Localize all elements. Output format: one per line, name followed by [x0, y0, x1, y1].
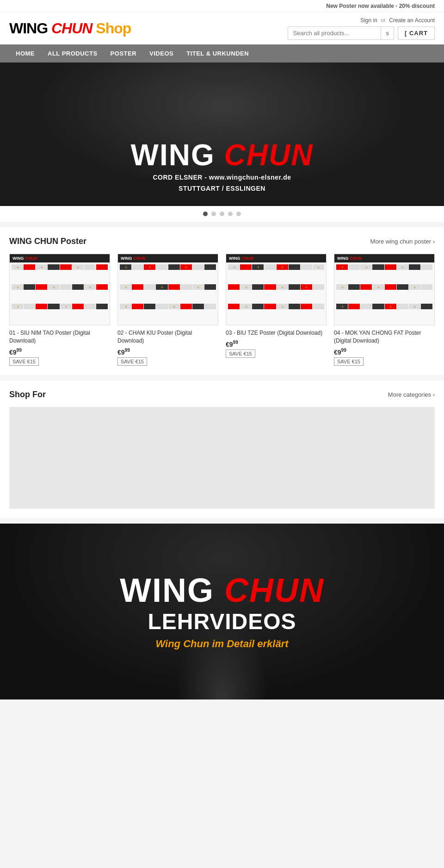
- header: WING CHUN Shop Sign in or Create an Acco…: [0, 12, 444, 44]
- auth-or: or: [381, 17, 386, 24]
- shop-for-section: Shop For More categories ›: [0, 381, 444, 518]
- pose-22: [72, 304, 84, 309]
- pose-17: 🤸: [12, 304, 23, 309]
- search-input[interactable]: [288, 27, 381, 39]
- nav-item-videos[interactable]: VIDEOS: [143, 44, 180, 62]
- pose-19: [36, 304, 47, 309]
- product-grid: WING CHUN 🤸 🤸 🤸 🤸 🤸: [9, 254, 435, 366]
- pose-16: [96, 284, 108, 290]
- pose-6: 🤸: [72, 264, 84, 270]
- save-badge-3: SAVE €15: [226, 350, 255, 358]
- header-auth: Sign in or Create an Account: [360, 17, 435, 24]
- poster-section: WING CHUN Poster More wing chun poster ›…: [0, 227, 444, 375]
- hero-subtitle1: CORD ELSNER - www.wingchun-elsner.de: [131, 174, 314, 181]
- poster-section-title: WING CHUN Poster: [9, 237, 86, 246]
- shop-for-title: Shop For: [9, 390, 46, 400]
- logo-chun: CHUN: [51, 20, 92, 37]
- nav-item-poster[interactable]: POSTER: [104, 44, 143, 62]
- product-name-4: 04 - MOK YAN CHONG FAT Poster (Digital D…: [334, 329, 435, 345]
- product-card-4[interactable]: WING CHUN 🤸 🤸 🤸 🤸 🤸: [334, 254, 435, 366]
- product-name-1: 01 - SIU NIM TAO Poster (Digital Downloa…: [9, 329, 110, 345]
- price-cents-2: 99: [125, 348, 130, 353]
- pose-1: 🤸: [12, 264, 23, 270]
- vb-subtitle: LEHRVIDEOS: [120, 609, 324, 634]
- nav-bar: HOME ALL PRODUCTS POSTER VIDEOS TITEL & …: [0, 44, 444, 62]
- vb-chun: CHUN: [224, 572, 324, 609]
- search-box: s: [288, 26, 394, 40]
- nav-item-all-products[interactable]: ALL PRODUCTS: [41, 44, 104, 62]
- price-value-4: €9: [334, 348, 341, 356]
- vb-wing: WING: [120, 572, 214, 609]
- nav-item-titel[interactable]: TITEL & URKUNDEN: [180, 44, 255, 62]
- cart-button[interactable]: [ CART: [398, 26, 435, 40]
- pose-21: 🤸: [60, 304, 72, 309]
- pose-20: [48, 304, 59, 309]
- pose-7: [84, 264, 96, 270]
- logo[interactable]: WING CHUN Shop: [9, 20, 131, 37]
- hero-content: WING CHUN CORD ELSNER - www.wingchun-els…: [131, 140, 314, 206]
- carousel-dot-1[interactable]: [203, 212, 208, 216]
- poster-body-4: 🤸 🤸 🤸 🤸 🤸 🤸: [334, 262, 434, 325]
- save-badge-4: SAVE €15: [334, 357, 364, 366]
- header-right: Sign in or Create an Account s [ CART: [288, 17, 435, 40]
- product-price-2: €999: [117, 348, 218, 356]
- product-card-3[interactable]: WING CHUN 🤸 🤸 🤸 🤸 🤸: [226, 254, 327, 366]
- poster-body-3: 🤸 🤸 🤸 🤸 🤸 🤸 🤸: [226, 262, 326, 325]
- poster-header-row-1: WING CHUN: [10, 254, 110, 262]
- divider-3: [0, 518, 444, 524]
- pose-8: [96, 264, 108, 270]
- hero-banner: WING CHUN CORD ELSNER - www.wingchun-els…: [0, 62, 444, 206]
- shop-for-header: Shop For More categories ›: [9, 390, 435, 400]
- product-name-3: 03 - BIU TZE Poster (Digital Download): [226, 329, 327, 337]
- pose-11: [36, 284, 47, 290]
- carousel-dot-3[interactable]: [220, 212, 224, 216]
- save-badge-2: SAVE €15: [117, 357, 147, 366]
- poster-section-header: WING CHUN Poster More wing chun poster ›: [9, 237, 435, 246]
- video-banner: WING CHUN LEHRVIDEOS Wing Chun im Detail…: [0, 524, 444, 699]
- product-price-4: €999: [334, 348, 435, 356]
- poster-header-row-2: WING CHUN: [118, 254, 218, 262]
- product-price-1: €999: [9, 348, 110, 356]
- poster-logo-small-4: WING CHUN: [337, 256, 362, 261]
- product-image-2: WING CHUN 🤸 🤸 🤸 🤸 🤸: [117, 254, 218, 325]
- shop-for-more-link[interactable]: More categories ›: [388, 391, 435, 398]
- pose-15: 🤸: [84, 284, 96, 290]
- vb-tagline: Wing Chun im Detail erklärt: [120, 638, 324, 650]
- carousel-dot-2[interactable]: [211, 212, 216, 216]
- poster-sim-2: WING CHUN 🤸 🤸 🤸 🤸 🤸: [118, 254, 218, 325]
- announcement-bar: New Poster now available - 20% discount: [0, 0, 444, 12]
- poster-more-link[interactable]: More wing chun poster ›: [370, 238, 435, 245]
- carousel-dot-4[interactable]: [228, 212, 233, 216]
- header-actions: s [ CART: [288, 26, 435, 40]
- price-cents-3: 99: [233, 340, 238, 345]
- carousel-dot-5[interactable]: [236, 212, 241, 216]
- pose-12: 🤸: [48, 284, 59, 290]
- search-button[interactable]: s: [381, 27, 394, 39]
- product-card-1[interactable]: WING CHUN 🤸 🤸 🤸 🤸 🤸: [9, 254, 110, 366]
- price-cents-1: 99: [17, 348, 22, 353]
- price-value-1: €9: [9, 348, 17, 356]
- product-card-2[interactable]: WING CHUN 🤸 🤸 🤸 🤸 🤸: [117, 254, 218, 366]
- video-banner-content: WING CHUN LEHRVIDEOS Wing Chun im Detail…: [120, 574, 324, 650]
- poster-logo-small-3: WING CHUN: [229, 256, 253, 261]
- poster-header-row-3: WING CHUN: [226, 254, 326, 262]
- poster-logo-small-2: WING CHUN: [121, 256, 145, 261]
- pose-9: 🤸: [12, 284, 23, 290]
- pose-18: [24, 304, 35, 309]
- pose-5: [60, 264, 72, 270]
- poster-logo-small-1: WING CHUN: [12, 256, 37, 261]
- product-image-3: WING CHUN 🤸 🤸 🤸 🤸 🤸: [226, 254, 327, 325]
- poster-sim-4: WING CHUN 🤸 🤸 🤸 🤸 🤸: [334, 254, 434, 325]
- price-value-3: €9: [226, 340, 233, 348]
- announcement-text: New Poster now available - 20% discount: [326, 3, 435, 9]
- signin-link[interactable]: Sign in: [360, 17, 377, 24]
- create-account-link[interactable]: Create an Account: [389, 17, 435, 24]
- nav-item-home[interactable]: HOME: [9, 44, 41, 62]
- product-image-4: WING CHUN 🤸 🤸 🤸 🤸 🤸: [334, 254, 435, 325]
- product-name-2: 02 - CHAM KIU Poster (Digital Download): [117, 329, 218, 345]
- poster-sim-1: WING CHUN 🤸 🤸 🤸 🤸 🤸: [10, 254, 110, 325]
- pose-10: [24, 284, 35, 290]
- price-value-2: €9: [117, 348, 125, 356]
- poster-header-row-4: WING CHUN: [334, 254, 434, 262]
- hero-chun: CHUN: [215, 138, 314, 172]
